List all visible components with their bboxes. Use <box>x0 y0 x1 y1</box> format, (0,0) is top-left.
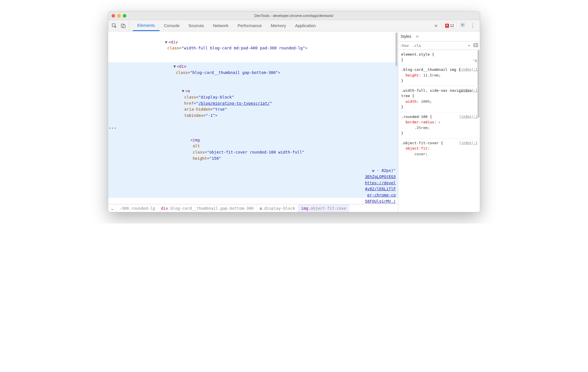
panel-tabs-row: Elements Console Sources Network Perform… <box>108 20 480 31</box>
elements-pane: ▼<div class="width-full blog-card md:pad… <box>108 31 398 212</box>
tab-console[interactable]: Console <box>160 20 184 31</box>
new-style-rule-button[interactable]: + <box>468 43 470 48</box>
gutter-icon: ••• <box>109 125 117 132</box>
dom-tree[interactable]: ▼<div class="width-full blog-card md:pad… <box>108 31 398 204</box>
panel-tabs: Elements Console Sources Network Perform… <box>129 20 432 31</box>
tab-application[interactable]: Application <box>291 20 320 31</box>
tabs-right-tools: » ✕ 12 ⋮ <box>432 22 480 29</box>
css-rule-thumbnail-img[interactable]: (index):1 .blog-card__thumbnail img { he… <box>398 65 480 86</box>
font-resize-icon[interactable]: ᴬA <box>473 58 477 64</box>
window-title: DevTools - developer.chrome.com/tags/dev… <box>108 14 480 18</box>
rule-origin-link[interactable]: (index):1 <box>459 140 478 145</box>
css-rule-rounded-100[interactable]: (index):1 .rounded-100 { border-radius: … <box>398 112 480 139</box>
css-rule-object-fit[interactable]: (index):1 .object-fit-cover { object-fit… <box>398 139 480 159</box>
breadcrumb-overflow[interactable]: … <box>108 204 116 212</box>
css-rules-list[interactable]: element.style { } ᴬA (index):1 .blog-car… <box>398 50 480 212</box>
breadcrumb-item[interactable]: a.display-block <box>257 204 298 212</box>
styles-pane-toggle-icon[interactable] <box>474 43 478 48</box>
dom-tree-scroll[interactable]: ▼<div class="width-full blog-card md:pad… <box>108 31 398 204</box>
device-toolbar-icon[interactable] <box>120 23 126 29</box>
styles-toolbar: :hov .cls + <box>398 41 480 50</box>
breadcrumb-item[interactable]: div.blog-card__thumbnail.gap-bottom-300 <box>158 204 257 212</box>
css-rule-width-full[interactable]: (index):1 .width-full, side-nav navigati… <box>398 86 480 112</box>
rule-origin-link[interactable]: (index):1 <box>459 67 478 72</box>
tab-sources[interactable]: Sources <box>184 20 209 31</box>
svg-point-3 <box>462 24 463 26</box>
error-icon: ✕ <box>445 24 449 28</box>
styles-pane: Styles » :hov .cls + element.style { } ᴬ… <box>398 31 480 212</box>
more-styles-tabs-icon[interactable]: » <box>416 33 419 39</box>
dom-node-div-blogcard[interactable]: ▼<div class="width-full blog-card md:pad… <box>114 33 398 58</box>
settings-gear-icon[interactable] <box>459 22 466 29</box>
error-count-badge[interactable]: ✕ 12 <box>443 23 456 28</box>
main-split: ▼<div class="width-full blog-card md:pad… <box>108 31 480 212</box>
error-count: 12 <box>450 23 454 28</box>
dom-node-img-selected[interactable]: ••• <img alt class="object-fit-cover rou… <box>114 125 398 168</box>
dom-srcset-frag[interactable]: 4v82/lE6LiflF <box>114 186 398 192</box>
dom-srcset-frag[interactable]: 3EhZgLQPGtEG3 <box>114 174 398 180</box>
rule-origin-link[interactable]: (index):1 <box>459 88 478 93</box>
cls-toggle[interactable]: .cls <box>412 43 421 48</box>
tab-memory[interactable]: Memory <box>266 20 291 31</box>
titlebar: DevTools - developer.chrome.com/tags/dev… <box>108 12 480 20</box>
dom-srcset-frag[interactable]: https://devel <box>114 180 398 186</box>
dom-node-div-thumbnail[interactable]: ▼<div class="blog-card__thumbnail gap-bo… <box>114 58 398 82</box>
css-rule-element-style[interactable]: element.style { } ᴬA <box>398 50 480 65</box>
more-tabs-icon[interactable]: » <box>432 23 440 29</box>
hov-toggle[interactable]: :hov <box>400 43 409 48</box>
inspect-tools <box>108 20 129 31</box>
tab-performance[interactable]: Performance <box>233 20 266 31</box>
devtools-window: DevTools - developer.chrome.com/tags/dev… <box>108 11 480 212</box>
tab-network[interactable]: Network <box>209 20 233 31</box>
dom-breadcrumb: … -300.rounded-lg div.blog-card__thumbna… <box>108 204 398 212</box>
dom-node-a[interactable]: ▼<a class="display-block" href="/blog/mi… <box>114 82 398 125</box>
inspect-element-icon[interactable] <box>111 23 117 29</box>
dom-srcset-frag[interactable]: 58FOUlg1rMV.j <box>114 198 398 204</box>
dom-srcset-frag[interactable]: w - 82px)" <box>114 168 398 174</box>
breadcrumb-item-selected[interactable]: img.object-fit-cove <box>298 204 349 212</box>
breadcrumb-item[interactable]: -300.rounded-lg <box>116 204 158 212</box>
dom-srcset-frag[interactable]: er-chrome-co <box>114 192 398 198</box>
svg-rect-2 <box>123 25 125 28</box>
styles-tab[interactable]: Styles <box>401 34 411 39</box>
more-menu-icon[interactable]: ⋮ <box>469 23 476 29</box>
rule-origin-link[interactable]: (index):1 <box>459 114 478 119</box>
styles-sidebar-tabs: Styles » <box>398 31 480 41</box>
tab-elements[interactable]: Elements <box>133 20 160 31</box>
